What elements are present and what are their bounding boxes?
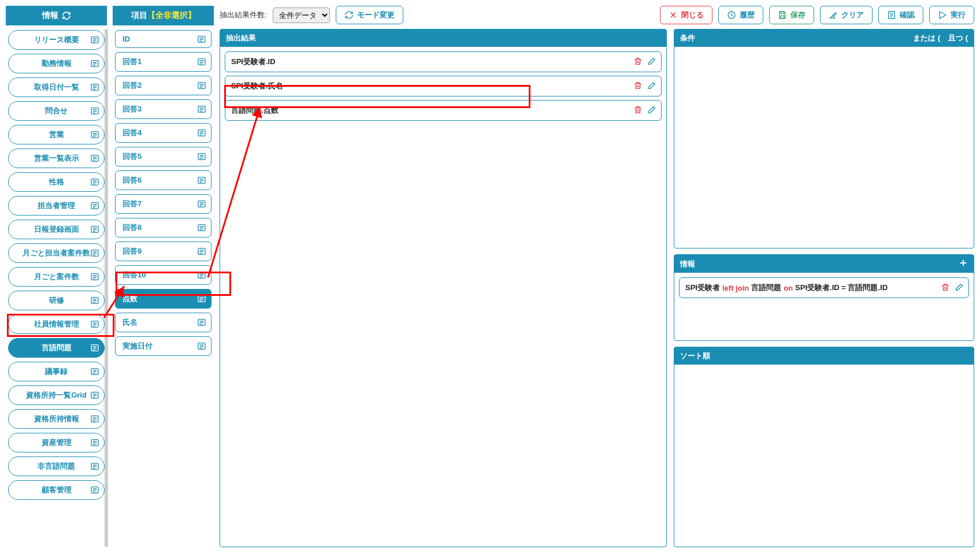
run-button[interactable]: 実行 xyxy=(929,6,974,24)
list-icon xyxy=(90,485,99,495)
list-icon xyxy=(90,130,99,139)
list-icon xyxy=(90,59,99,68)
delete-icon[interactable] xyxy=(941,283,950,294)
info-panel-title: 情報 xyxy=(42,10,58,21)
column-item[interactable]: 回答4 xyxy=(115,123,211,143)
column-item[interactable]: 氏名 xyxy=(115,313,211,332)
column-item[interactable]: 回答6 xyxy=(115,170,211,190)
or-condition-button[interactable]: または ( xyxy=(913,34,940,42)
info-panel-header: 情報 xyxy=(6,6,107,25)
info-item[interactable]: 資格所持一覧Grid xyxy=(8,385,105,405)
column-item[interactable]: 回答5 xyxy=(115,147,211,166)
sort-section: ソート順 xyxy=(674,347,974,547)
edit-icon[interactable] xyxy=(647,57,656,68)
column-item[interactable]: 回答1 xyxy=(115,52,211,72)
list-icon xyxy=(197,223,206,232)
column-panel-header: 項目 【全非選択】 xyxy=(113,6,214,25)
info-list: リリース概要勤務情報取得日付一覧問合せ営業営業一覧表示性格担当者管理日報登録画面… xyxy=(6,25,107,522)
info-item[interactable]: 言語問題 xyxy=(8,338,105,358)
join-info-header: 情報 xyxy=(674,255,974,273)
count-select[interactable]: 全件データ xyxy=(273,8,330,23)
info-item[interactable]: リリース概要 xyxy=(8,30,105,50)
info-item[interactable]: 性格 xyxy=(8,172,105,192)
list-icon xyxy=(90,225,99,234)
clear-button[interactable]: クリア xyxy=(820,6,873,24)
condition-section: 条件 または ( 且つ ( xyxy=(674,29,974,248)
column-item[interactable]: 回答9 xyxy=(115,242,211,261)
result-header: 抽出結果 xyxy=(220,29,666,47)
edit-icon[interactable] xyxy=(647,81,656,92)
result-row[interactable]: SPI受験者.氏名 xyxy=(225,76,662,97)
list-icon xyxy=(90,367,99,376)
list-icon xyxy=(90,438,99,447)
condition-header: 条件 または ( 且つ ( xyxy=(674,29,974,47)
edit-icon[interactable] xyxy=(647,105,656,116)
result-section: 抽出結果 SPI受験者.IDSPI受験者.氏名言語問題.点数 xyxy=(220,29,667,547)
info-item[interactable]: 研修 xyxy=(8,291,105,310)
column-item[interactable]: 回答7 xyxy=(115,194,211,214)
delete-icon[interactable] xyxy=(633,57,643,68)
list-icon xyxy=(197,270,206,280)
info-item[interactable]: 問合せ xyxy=(8,101,105,121)
info-item[interactable]: 担当者管理 xyxy=(8,196,105,216)
column-item[interactable]: ID xyxy=(115,30,211,48)
plus-icon[interactable] xyxy=(959,258,968,269)
info-item[interactable]: 日報登録画面 xyxy=(8,220,105,239)
result-row[interactable]: 言語問題.点数 xyxy=(225,100,662,121)
column-item[interactable]: 回答8 xyxy=(115,218,211,237)
list-icon xyxy=(197,318,206,327)
column-item[interactable]: 回答10 xyxy=(115,265,211,285)
list-icon xyxy=(90,462,99,471)
save-button[interactable]: 保存 xyxy=(769,6,814,24)
sort-header: ソート順 xyxy=(674,347,974,365)
list-icon xyxy=(90,201,99,210)
list-icon xyxy=(90,248,99,258)
list-icon xyxy=(197,152,206,161)
list-icon xyxy=(197,57,206,66)
info-item[interactable]: 資産管理 xyxy=(8,433,105,452)
list-icon xyxy=(90,106,99,116)
list-icon xyxy=(197,199,206,209)
list-icon xyxy=(90,154,99,163)
info-item[interactable]: 月ごと案件数 xyxy=(8,267,105,287)
edit-icon[interactable] xyxy=(955,283,964,294)
list-icon xyxy=(197,342,206,351)
confirm-button[interactable]: 確認 xyxy=(878,6,923,24)
list-icon xyxy=(197,176,206,185)
info-item[interactable]: 取得日付一覧 xyxy=(8,77,105,97)
list-icon xyxy=(90,83,99,92)
deselect-all-toggle[interactable]: 【全非選択】 xyxy=(147,10,196,21)
delete-icon[interactable] xyxy=(633,105,643,116)
info-item[interactable]: 営業一覧表示 xyxy=(8,149,105,168)
result-row[interactable]: SPI受験者.ID xyxy=(225,51,662,72)
list-icon xyxy=(197,128,206,138)
info-item[interactable]: 月ごと担当者案件数 xyxy=(8,243,105,263)
mode-change-button[interactable]: モード変更 xyxy=(336,6,403,24)
info-item[interactable]: 顧客管理 xyxy=(8,480,105,500)
list-icon xyxy=(197,105,206,114)
close-button[interactable]: 閉じる xyxy=(660,6,712,24)
list-icon xyxy=(90,343,99,352)
list-icon xyxy=(197,294,206,303)
history-button[interactable]: 履歴 xyxy=(718,6,763,24)
delete-icon[interactable] xyxy=(633,81,643,92)
list-icon xyxy=(90,391,99,400)
info-item[interactable]: 資格所持情報 xyxy=(8,409,105,429)
column-item[interactable]: 回答3 xyxy=(115,99,211,119)
info-item[interactable]: 議事録 xyxy=(8,362,105,381)
list-icon xyxy=(90,414,99,424)
list-icon xyxy=(197,247,206,256)
info-item[interactable]: 勤務情報 xyxy=(8,54,105,73)
column-item[interactable]: 点数 xyxy=(115,289,211,309)
info-item[interactable]: 社員情報管理 xyxy=(8,314,105,334)
join-info-section: 情報 SPI受験者 left join 言語問題 on SPI受験者.ID = … xyxy=(674,254,974,341)
column-item[interactable]: 回答2 xyxy=(115,76,211,95)
and-condition-button[interactable]: 且つ ( xyxy=(948,34,968,42)
info-item[interactable]: 営業 xyxy=(8,125,105,144)
join-row[interactable]: SPI受験者 left join 言語問題 on SPI受験者.ID = 言語問… xyxy=(679,277,969,298)
refresh-icon[interactable] xyxy=(62,11,71,20)
info-item[interactable]: 非言語問題 xyxy=(8,456,105,476)
column-item[interactable]: 実施日付 xyxy=(115,336,211,356)
list-icon xyxy=(197,81,206,90)
list-icon xyxy=(90,272,99,281)
